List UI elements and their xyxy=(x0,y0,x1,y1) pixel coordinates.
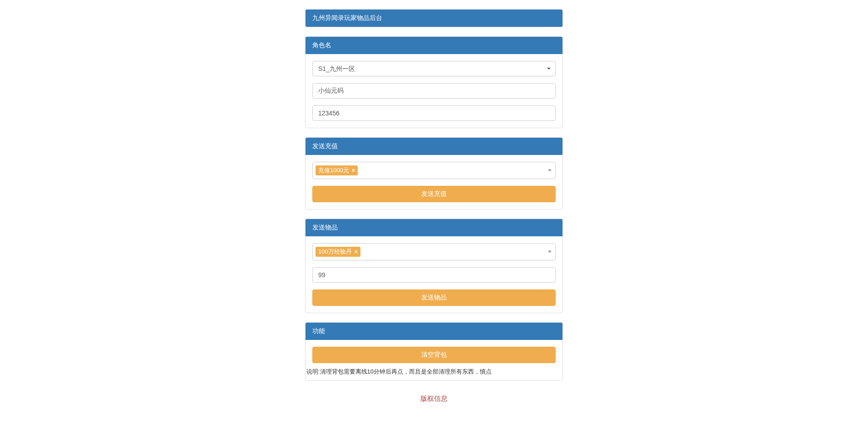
footer-copyright: 版权信息 xyxy=(305,390,563,412)
function-note: 说明:清理背包需要离线10分钟后再点，而且是全部清理所有东西，慎点 xyxy=(306,368,492,375)
panel-function: 功能 清空背包 说明:清理背包需要离线10分钟后再点，而且是全部清理所有东西，慎… xyxy=(305,322,563,381)
panel-item: 发送物品 100万经验丹 × 发送物品 xyxy=(305,219,563,313)
remove-icon[interactable]: × xyxy=(355,249,358,255)
chevron-down-icon xyxy=(548,251,552,253)
item-select[interactable]: 100万经验丹 × xyxy=(312,243,556,260)
send-recharge-button[interactable]: 发送充值 xyxy=(312,186,556,202)
header-title: 九州异闻录玩家物品后台 xyxy=(306,10,562,27)
item-tag: 100万经验丹 × xyxy=(316,247,360,257)
remove-icon[interactable]: × xyxy=(352,167,355,174)
recharge-select[interactable]: 充值1000元 × xyxy=(312,162,556,179)
recharge-tag: 充值1000元 × xyxy=(316,165,358,175)
item-tag-label: 100万经验丹 xyxy=(318,248,352,256)
character-id-input[interactable] xyxy=(312,105,556,121)
panel-role-title: 角色名 xyxy=(306,37,562,54)
server-select[interactable]: S1_九州一区 xyxy=(312,61,556,76)
item-quantity-input[interactable] xyxy=(312,267,556,283)
send-item-button[interactable]: 发送物品 xyxy=(312,289,556,306)
panel-function-title: 功能 xyxy=(306,323,562,340)
header-panel: 九州异闻录玩家物品后台 xyxy=(305,9,563,27)
clear-bag-button[interactable]: 清空背包 xyxy=(312,347,556,363)
panel-recharge: 发送充值 充值1000元 × 发送充值 xyxy=(305,137,563,210)
panel-recharge-title: 发送充值 xyxy=(306,138,562,155)
panel-item-title: 发送物品 xyxy=(306,219,562,236)
character-name-input[interactable] xyxy=(312,83,556,99)
recharge-tag-label: 充值1000元 xyxy=(318,166,349,175)
chevron-down-icon xyxy=(548,170,552,172)
panel-role: 角色名 S1_九州一区 xyxy=(305,36,563,128)
